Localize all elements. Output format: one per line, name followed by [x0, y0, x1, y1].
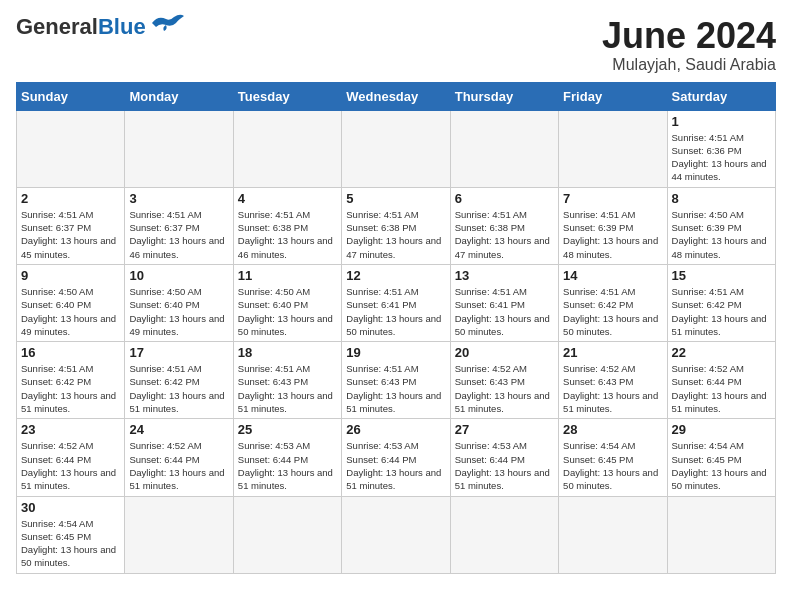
day-number: 3: [129, 191, 228, 206]
calendar-day-cell: 19Sunrise: 4:51 AMSunset: 6:43 PMDayligh…: [342, 342, 450, 419]
calendar-day-cell: [450, 110, 558, 187]
day-info: Sunrise: 4:50 AMSunset: 6:40 PMDaylight:…: [21, 285, 120, 338]
calendar-header-monday: Monday: [125, 82, 233, 110]
logo-blue: Blue: [98, 14, 146, 39]
calendar-day-cell: 9Sunrise: 4:50 AMSunset: 6:40 PMDaylight…: [17, 264, 125, 341]
calendar-week-row: 9Sunrise: 4:50 AMSunset: 6:40 PMDaylight…: [17, 264, 776, 341]
day-number: 24: [129, 422, 228, 437]
calendar-day-cell: [125, 110, 233, 187]
day-number: 11: [238, 268, 337, 283]
logo-bird-icon: [150, 13, 186, 33]
calendar-day-cell: 12Sunrise: 4:51 AMSunset: 6:41 PMDayligh…: [342, 264, 450, 341]
calendar-day-cell: 8Sunrise: 4:50 AMSunset: 6:39 PMDaylight…: [667, 187, 775, 264]
day-number: 15: [672, 268, 771, 283]
day-info: Sunrise: 4:51 AMSunset: 6:43 PMDaylight:…: [346, 362, 445, 415]
calendar-day-cell: 3Sunrise: 4:51 AMSunset: 6:37 PMDaylight…: [125, 187, 233, 264]
day-number: 12: [346, 268, 445, 283]
calendar-day-cell: 25Sunrise: 4:53 AMSunset: 6:44 PMDayligh…: [233, 419, 341, 496]
calendar-day-cell: 23Sunrise: 4:52 AMSunset: 6:44 PMDayligh…: [17, 419, 125, 496]
calendar-header-friday: Friday: [559, 82, 667, 110]
calendar-day-cell: [17, 110, 125, 187]
day-number: 13: [455, 268, 554, 283]
day-info: Sunrise: 4:52 AMSunset: 6:43 PMDaylight:…: [455, 362, 554, 415]
calendar-day-cell: 20Sunrise: 4:52 AMSunset: 6:43 PMDayligh…: [450, 342, 558, 419]
calendar-day-cell: 24Sunrise: 4:52 AMSunset: 6:44 PMDayligh…: [125, 419, 233, 496]
day-info: Sunrise: 4:51 AMSunset: 6:42 PMDaylight:…: [129, 362, 228, 415]
calendar-header-tuesday: Tuesday: [233, 82, 341, 110]
day-info: Sunrise: 4:51 AMSunset: 6:41 PMDaylight:…: [346, 285, 445, 338]
header: GeneralBlue June 2024 Mulayjah, Saudi Ar…: [16, 16, 776, 74]
day-info: Sunrise: 4:54 AMSunset: 6:45 PMDaylight:…: [21, 517, 120, 570]
calendar-week-row: 16Sunrise: 4:51 AMSunset: 6:42 PMDayligh…: [17, 342, 776, 419]
logo-text: GeneralBlue: [16, 16, 146, 38]
calendar-day-cell: 14Sunrise: 4:51 AMSunset: 6:42 PMDayligh…: [559, 264, 667, 341]
day-info: Sunrise: 4:52 AMSunset: 6:44 PMDaylight:…: [672, 362, 771, 415]
calendar-day-cell: [125, 496, 233, 573]
day-info: Sunrise: 4:51 AMSunset: 6:39 PMDaylight:…: [563, 208, 662, 261]
calendar-day-cell: 22Sunrise: 4:52 AMSunset: 6:44 PMDayligh…: [667, 342, 775, 419]
calendar-day-cell: 26Sunrise: 4:53 AMSunset: 6:44 PMDayligh…: [342, 419, 450, 496]
calendar-day-cell: 28Sunrise: 4:54 AMSunset: 6:45 PMDayligh…: [559, 419, 667, 496]
calendar-day-cell: [233, 496, 341, 573]
day-info: Sunrise: 4:54 AMSunset: 6:45 PMDaylight:…: [672, 439, 771, 492]
calendar-week-row: 1Sunrise: 4:51 AMSunset: 6:36 PMDaylight…: [17, 110, 776, 187]
day-number: 23: [21, 422, 120, 437]
calendar-day-cell: [559, 110, 667, 187]
calendar-day-cell: 2Sunrise: 4:51 AMSunset: 6:37 PMDaylight…: [17, 187, 125, 264]
day-info: Sunrise: 4:51 AMSunset: 6:42 PMDaylight:…: [672, 285, 771, 338]
day-info: Sunrise: 4:50 AMSunset: 6:39 PMDaylight:…: [672, 208, 771, 261]
day-number: 6: [455, 191, 554, 206]
day-number: 19: [346, 345, 445, 360]
calendar-day-cell: [233, 110, 341, 187]
day-info: Sunrise: 4:51 AMSunset: 6:42 PMDaylight:…: [21, 362, 120, 415]
calendar-day-cell: 6Sunrise: 4:51 AMSunset: 6:38 PMDaylight…: [450, 187, 558, 264]
day-info: Sunrise: 4:50 AMSunset: 6:40 PMDaylight:…: [238, 285, 337, 338]
calendar-header-thursday: Thursday: [450, 82, 558, 110]
day-info: Sunrise: 4:52 AMSunset: 6:44 PMDaylight:…: [129, 439, 228, 492]
calendar-day-cell: 30Sunrise: 4:54 AMSunset: 6:45 PMDayligh…: [17, 496, 125, 573]
day-number: 18: [238, 345, 337, 360]
day-number: 25: [238, 422, 337, 437]
calendar-day-cell: 15Sunrise: 4:51 AMSunset: 6:42 PMDayligh…: [667, 264, 775, 341]
calendar-day-cell: 7Sunrise: 4:51 AMSunset: 6:39 PMDaylight…: [559, 187, 667, 264]
calendar-day-cell: 21Sunrise: 4:52 AMSunset: 6:43 PMDayligh…: [559, 342, 667, 419]
calendar-day-cell: 29Sunrise: 4:54 AMSunset: 6:45 PMDayligh…: [667, 419, 775, 496]
calendar-day-cell: [667, 496, 775, 573]
calendar-day-cell: 13Sunrise: 4:51 AMSunset: 6:41 PMDayligh…: [450, 264, 558, 341]
calendar-week-row: 23Sunrise: 4:52 AMSunset: 6:44 PMDayligh…: [17, 419, 776, 496]
day-number: 21: [563, 345, 662, 360]
calendar-day-cell: 16Sunrise: 4:51 AMSunset: 6:42 PMDayligh…: [17, 342, 125, 419]
day-number: 5: [346, 191, 445, 206]
day-number: 27: [455, 422, 554, 437]
calendar-header-sunday: Sunday: [17, 82, 125, 110]
day-info: Sunrise: 4:53 AMSunset: 6:44 PMDaylight:…: [238, 439, 337, 492]
day-info: Sunrise: 4:51 AMSunset: 6:37 PMDaylight:…: [21, 208, 120, 261]
day-info: Sunrise: 4:51 AMSunset: 6:41 PMDaylight:…: [455, 285, 554, 338]
day-info: Sunrise: 4:52 AMSunset: 6:44 PMDaylight:…: [21, 439, 120, 492]
calendar-title: June 2024: [602, 16, 776, 56]
day-info: Sunrise: 4:51 AMSunset: 6:38 PMDaylight:…: [238, 208, 337, 261]
calendar-day-cell: [342, 110, 450, 187]
calendar-header-saturday: Saturday: [667, 82, 775, 110]
calendar-header-wednesday: Wednesday: [342, 82, 450, 110]
calendar-subtitle: Mulayjah, Saudi Arabia: [602, 56, 776, 74]
calendar-day-cell: [559, 496, 667, 573]
day-number: 29: [672, 422, 771, 437]
day-number: 20: [455, 345, 554, 360]
calendar-day-cell: 1Sunrise: 4:51 AMSunset: 6:36 PMDaylight…: [667, 110, 775, 187]
day-info: Sunrise: 4:53 AMSunset: 6:44 PMDaylight:…: [346, 439, 445, 492]
calendar-day-cell: 10Sunrise: 4:50 AMSunset: 6:40 PMDayligh…: [125, 264, 233, 341]
day-number: 16: [21, 345, 120, 360]
day-number: 2: [21, 191, 120, 206]
day-number: 17: [129, 345, 228, 360]
calendar-table: SundayMondayTuesdayWednesdayThursdayFrid…: [16, 82, 776, 574]
day-number: 4: [238, 191, 337, 206]
calendar-header-row: SundayMondayTuesdayWednesdayThursdayFrid…: [17, 82, 776, 110]
calendar-day-cell: [450, 496, 558, 573]
calendar-day-cell: 5Sunrise: 4:51 AMSunset: 6:38 PMDaylight…: [342, 187, 450, 264]
day-info: Sunrise: 4:51 AMSunset: 6:38 PMDaylight:…: [346, 208, 445, 261]
day-info: Sunrise: 4:53 AMSunset: 6:44 PMDaylight:…: [455, 439, 554, 492]
day-number: 8: [672, 191, 771, 206]
day-info: Sunrise: 4:51 AMSunset: 6:37 PMDaylight:…: [129, 208, 228, 261]
day-info: Sunrise: 4:51 AMSunset: 6:36 PMDaylight:…: [672, 131, 771, 184]
